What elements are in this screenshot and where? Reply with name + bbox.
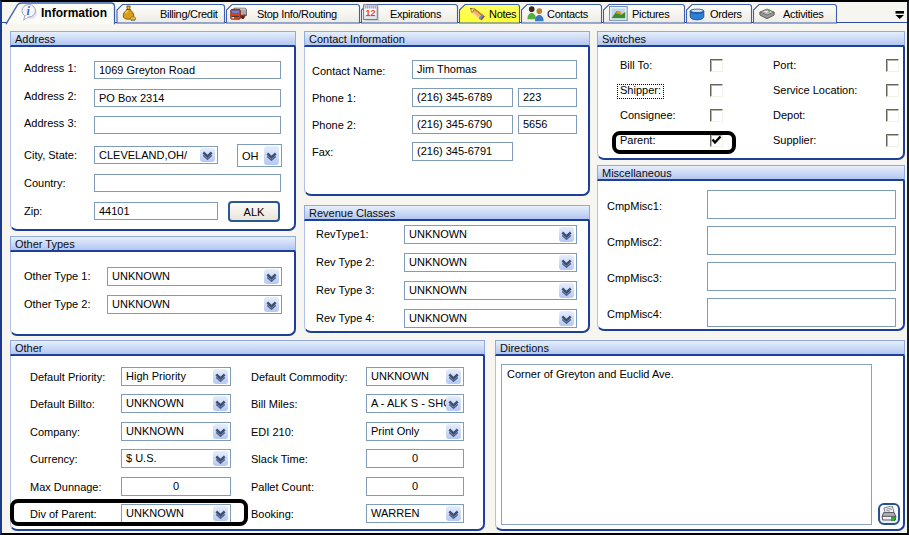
svg-text:12: 12	[366, 8, 376, 18]
